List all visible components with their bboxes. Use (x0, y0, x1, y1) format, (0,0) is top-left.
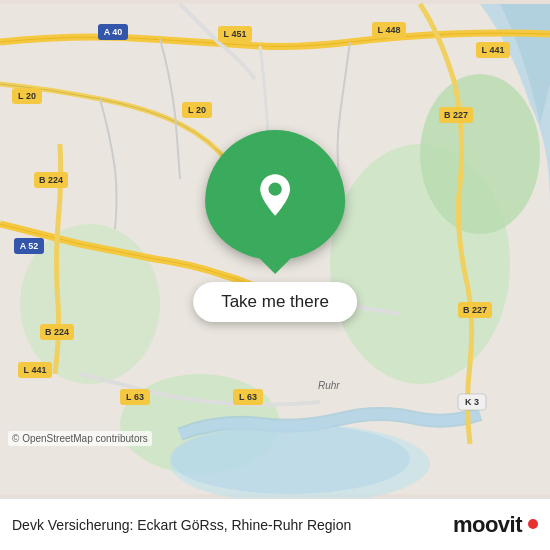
location-name: Devk Versicherung: Eckart GöRss, Rhine-R… (12, 517, 453, 533)
svg-text:B 227: B 227 (444, 110, 468, 120)
moovit-dot (528, 519, 538, 529)
svg-text:B 224: B 224 (45, 327, 69, 337)
popup-card: Take me there (193, 130, 357, 322)
svg-text:L 441: L 441 (482, 45, 505, 55)
svg-text:L 63: L 63 (239, 392, 257, 402)
bottom-bar: Devk Versicherung: Eckart GöRss, Rhine-R… (0, 498, 550, 550)
svg-point-6 (170, 424, 410, 494)
svg-text:A 52: A 52 (20, 241, 39, 251)
svg-text:L 451: L 451 (224, 29, 247, 39)
svg-text:L 448: L 448 (378, 25, 401, 35)
svg-text:L 441: L 441 (24, 365, 47, 375)
osm-attribution: © OpenStreetMap contributors (8, 431, 152, 446)
moovit-text: moovit (453, 512, 522, 538)
svg-text:B 227: B 227 (463, 305, 487, 315)
moovit-logo: moovit (453, 512, 538, 538)
take-me-there-button[interactable]: Take me there (193, 282, 357, 322)
svg-text:L 20: L 20 (188, 105, 206, 115)
location-bubble (205, 130, 345, 260)
svg-text:L 20: L 20 (18, 91, 36, 101)
svg-text:L 63: L 63 (126, 392, 144, 402)
svg-text:K 3: K 3 (465, 397, 479, 407)
app: A 40 L 451 L 448 L 441 L 20 L 20 B 227 B… (0, 0, 550, 550)
svg-text:A 40: A 40 (104, 27, 123, 37)
location-pin-icon (251, 171, 299, 219)
map-container: A 40 L 451 L 448 L 441 L 20 L 20 B 227 B… (0, 0, 550, 498)
svg-point-40 (268, 183, 281, 196)
svg-text:Ruhr: Ruhr (318, 380, 340, 391)
svg-text:B 224: B 224 (39, 175, 63, 185)
svg-point-2 (420, 74, 540, 234)
